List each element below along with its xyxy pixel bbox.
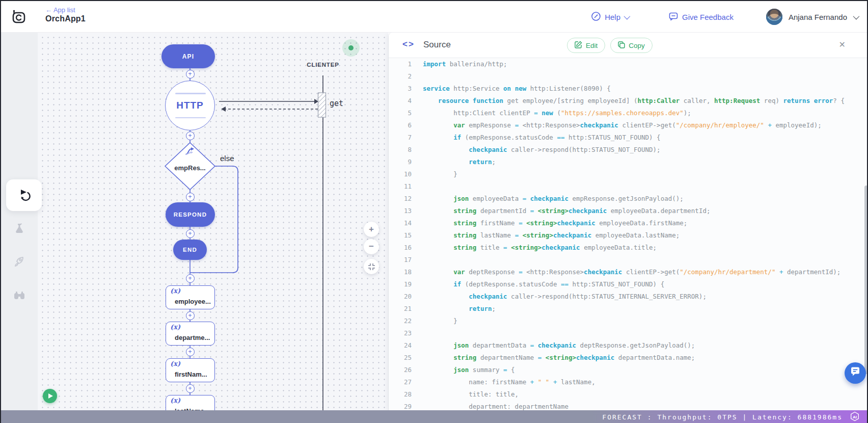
flow-node-respond[interactable]: RESPOND xyxy=(166,202,215,227)
code-line: 14 string firstName = <string>checkpanic… xyxy=(389,217,868,229)
chevron-down-icon xyxy=(853,13,860,19)
else-branch-label: else xyxy=(220,154,234,163)
app-header: ← App list OrchApp1 Help xyxy=(1,1,867,33)
code-line: 10 } xyxy=(389,168,868,180)
code-scrollbar[interactable] xyxy=(864,186,868,374)
breadcrumb-back[interactable]: ← App list xyxy=(45,6,75,14)
code-icon: <> xyxy=(402,39,415,49)
run-button[interactable] xyxy=(43,389,57,403)
copy-icon xyxy=(618,41,625,50)
edit-button[interactable]: Edit xyxy=(567,38,605,53)
add-node-plus-button[interactable]: + xyxy=(186,311,195,320)
code-line: 21 return; xyxy=(389,303,868,315)
lifeline-title: CLIENTEP xyxy=(300,62,346,68)
code-line: 20 checkpanic caller->respond(http:STATU… xyxy=(389,290,868,303)
choreo-logo-icon xyxy=(9,7,28,28)
zoom-in-button[interactable]: + xyxy=(364,222,379,237)
add-node-plus-button[interactable]: + xyxy=(186,193,195,201)
code-line: 26 json summary = { xyxy=(389,364,868,376)
user-menu[interactable]: Anjana Fernando xyxy=(766,9,858,25)
develop-flow-icon xyxy=(17,187,31,203)
page-title: OrchApp1 xyxy=(45,14,86,23)
code-line: 28 title: title, xyxy=(389,388,868,401)
variable-x-icon: (x) xyxy=(170,360,180,367)
add-node-plus-button[interactable]: + xyxy=(186,229,195,238)
sidebar-item-deploy[interactable] xyxy=(1,255,38,271)
code-line: 8 checkpanic caller->respond(http:STATUS… xyxy=(389,144,868,156)
flow-connectors xyxy=(38,33,388,410)
flow-canvas[interactable]: API HTTP empRes... else RESPOND END (x)e… xyxy=(38,33,388,410)
flow-node-variable[interactable]: (x)employee... xyxy=(166,285,215,309)
sidebar-item-develop[interactable] xyxy=(6,179,42,211)
code-line: 23 xyxy=(389,327,868,339)
http-node-decoration xyxy=(175,117,206,119)
edit-pencil-icon xyxy=(575,41,582,50)
close-icon[interactable]: ✕ xyxy=(839,40,846,49)
http-node-decoration xyxy=(175,93,206,94)
flow-node-variable[interactable]: (x)lastName xyxy=(166,395,215,410)
sidebar-item-test[interactable] xyxy=(1,222,38,236)
code-line: 4 resource function get employee/[string… xyxy=(389,95,868,107)
source-panel: <> Source Edit Copy xyxy=(388,33,868,410)
edit-label: Edit xyxy=(586,42,598,49)
flow-node-variable[interactable]: (x)firstNam... xyxy=(166,358,215,382)
code-line: 2 xyxy=(389,70,868,83)
avatar xyxy=(766,9,782,25)
variable-x-icon: (x) xyxy=(170,287,180,295)
code-editor: 1import ballerina/http;23service http:Se… xyxy=(389,58,868,410)
code-line: 11 xyxy=(389,180,868,193)
fit-to-screen-button[interactable] xyxy=(364,259,379,274)
copy-label: Copy xyxy=(629,42,645,49)
sidebar-item-observe[interactable] xyxy=(1,289,38,304)
feedback-label: Give Feedback xyxy=(682,13,734,21)
help-label: Help xyxy=(605,13,620,21)
code-line: 13 string departmentId = <string>checkpa… xyxy=(389,205,868,217)
branch-condition-icon xyxy=(184,147,196,158)
copy-button[interactable]: Copy xyxy=(610,38,653,53)
add-node-plus-button[interactable]: + xyxy=(186,348,195,356)
svg-text:AI: AI xyxy=(853,414,857,419)
binoculars-icon xyxy=(13,289,26,304)
forecast-status-text: FORECAST : Throughput: 0TPS | Latency: 6… xyxy=(602,413,843,421)
left-sidebar xyxy=(1,33,38,410)
code-line: 25 string departmentName = <string>check… xyxy=(389,352,868,364)
play-icon xyxy=(48,393,53,399)
zoom-out-button[interactable]: − xyxy=(364,239,379,254)
variable-name: departme... xyxy=(175,334,210,341)
flow-node-variable[interactable]: (x)departme... xyxy=(166,322,215,346)
code-line: 6 var empResponse = <http:Response>check… xyxy=(389,119,868,131)
code-line: 17 xyxy=(389,254,868,266)
give-feedback-button[interactable]: Give Feedback xyxy=(668,11,734,23)
variable-name: firstNam... xyxy=(175,371,207,378)
flow-node-api-start[interactable]: API xyxy=(161,44,215,68)
flow-node-end[interactable]: END xyxy=(173,240,207,260)
code-line: 12 json employeeData = checkpanic empRes… xyxy=(389,193,868,205)
source-panel-header: <> Source Edit Copy xyxy=(389,33,868,58)
status-indicator-dot xyxy=(342,39,360,57)
flow-node-condition[interactable]: empRes... xyxy=(165,164,215,172)
add-node-plus-button[interactable]: + xyxy=(186,274,195,283)
add-node-plus-button[interactable]: + xyxy=(186,131,195,140)
add-node-plus-button[interactable]: + xyxy=(186,70,195,78)
code-line: 24 json departmentData = checkpanic dept… xyxy=(389,339,868,352)
user-name: Anjana Fernando xyxy=(789,13,847,21)
code-line: 22 } xyxy=(389,315,868,327)
code-line: 16 string title = <string>checkpanic emp… xyxy=(389,242,868,254)
help-menu[interactable]: Help xyxy=(591,11,629,23)
chat-bubble-icon xyxy=(850,366,861,380)
code-line: 15 string lastName = <string>checkpanic … xyxy=(389,229,868,242)
variable-x-icon: (x) xyxy=(170,396,180,404)
help-icon xyxy=(591,11,601,23)
lifeline-action-label: get xyxy=(330,99,343,108)
code-line: 9 return; xyxy=(389,156,868,168)
code-lines: 1import ballerina/http;23service http:Se… xyxy=(389,58,868,410)
code-line: 19 if (deptResponse.statusCode == http:S… xyxy=(389,278,868,290)
feedback-bubble-icon xyxy=(668,11,679,23)
chat-launcher-button[interactable] xyxy=(845,362,866,384)
add-node-plus-button[interactable]: + xyxy=(186,384,195,393)
code-line: 3service http:Service on new http:Listen… xyxy=(389,83,868,95)
flask-icon xyxy=(13,222,25,236)
flow-node-http-connector[interactable]: HTTP xyxy=(165,81,215,130)
code-line: 5 http:Client clientEP = new ("https://s… xyxy=(389,107,868,119)
status-bar: FORECAST : Throughput: 0TPS | Latency: 6… xyxy=(1,410,868,423)
